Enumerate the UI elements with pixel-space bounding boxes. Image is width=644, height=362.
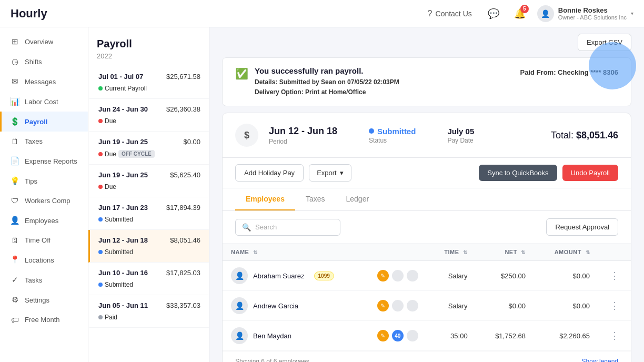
employee-amount: $0.00	[534, 291, 598, 321]
sidebar-item-label: Tasks	[25, 276, 42, 284]
payroll-list-items: Jul 01 - Jul 07 $25,671.58 Current Payro…	[88, 66, 209, 362]
net-column-header[interactable]: NET ⇅	[476, 244, 534, 261]
sidebar-item-messages[interactable]: ✉ Messages	[0, 72, 88, 92]
status-dot-gray	[98, 315, 103, 319]
list-item[interactable]: Jun 12 - Jun 18 $8,051.46 Submitted	[88, 230, 209, 263]
list-item[interactable]: Jun 10 - Jun 16 $17,825.03 Submitted	[88, 263, 209, 295]
table-footer: Showing 6 of 6 employees Show legend	[223, 351, 631, 362]
sidebar-item-shifts[interactable]: ◷ Shifts	[0, 52, 88, 72]
list-item[interactable]: Jun 24 - Jun 30 $26,360.38 Due	[88, 99, 209, 132]
sidebar-item-label: Messages	[25, 78, 56, 86]
status-dot-blue	[98, 283, 103, 287]
contact-us-button[interactable]: ? Contact Us	[424, 6, 476, 22]
more-options-button[interactable]: ⋮	[607, 269, 622, 283]
search-box[interactable]: 🔍	[235, 219, 340, 236]
total-amount: $8,051.46	[576, 130, 618, 140]
sidebar-item-label: Overview	[25, 38, 53, 46]
status-dot-red	[98, 185, 103, 189]
amount-column-header[interactable]: AMOUNT ⇅	[534, 244, 598, 261]
payroll-item-amount: $0.00	[183, 138, 200, 146]
sidebar-item-label: Workers Comp	[25, 197, 70, 205]
sync-quickbooks-button[interactable]: Sync to QuickBooks	[479, 165, 557, 181]
nav-actions: ? Contact Us 💬 🔔 5 👤 Bonnie Roskes Owner…	[424, 5, 633, 23]
employee-name-cell: 👤 Ben Maydan ✎ 40	[223, 321, 427, 351]
name-column-header[interactable]: NAME ⇅	[223, 244, 427, 261]
list-item[interactable]: Jun 05 - Jun 11 $33,357.03 Paid	[88, 295, 209, 328]
sidebar-item-workers-comp[interactable]: 🛡 Workers Comp	[0, 191, 88, 210]
list-item[interactable]: Jun 19 - Jun 25 $0.00 Due OFF CYCLE	[88, 132, 209, 165]
sidebar-item-label: Free Month	[25, 316, 59, 324]
employee-net: $1,752.68	[476, 321, 534, 351]
status-section: Submitted Status	[369, 127, 416, 144]
list-item[interactable]: Jun 19 - Jun 25 $5,625.40 Due	[88, 165, 209, 197]
sidebar-item-label: Shifts	[25, 58, 42, 66]
more-options-button[interactable]: ⋮	[607, 299, 622, 313]
status-label: Submitted	[105, 216, 133, 223]
content-scroll[interactable]: Export CSV ✅ You successfully ran payrol…	[209, 27, 644, 362]
export-button[interactable]: Export ▾	[309, 164, 351, 182]
sidebar-item-overview[interactable]: ⊞ Overview	[0, 32, 88, 52]
sidebar-item-labor-cost[interactable]: 📊 Labor Cost	[0, 92, 88, 112]
status-dot-red	[98, 119, 103, 123]
time-off-icon: 🗓	[10, 236, 19, 245]
list-item[interactable]: Jul 01 - Jul 07 $25,671.58 Current Payro…	[88, 66, 209, 99]
sidebar-item-locations[interactable]: 📍 Locations	[0, 250, 88, 270]
action-icon-orange[interactable]: ✎	[377, 330, 389, 341]
list-item[interactable]: Jun 17 - Jun 23 $17,894.39 Submitted	[88, 197, 209, 230]
action-icon-orange[interactable]: ✎	[377, 300, 389, 311]
payroll-item-dates: Jun 19 - Jun 25	[98, 138, 148, 146]
sidebar-item-settings[interactable]: ⚙ Settings	[0, 290, 88, 310]
free-month-icon: 🏷	[10, 315, 19, 324]
status-label: Current Payroll	[105, 85, 147, 92]
total-section: Total: $8,051.46	[551, 130, 618, 141]
employee-name: Andrew Garcia	[253, 302, 298, 310]
request-approval-button[interactable]: Request Approval	[546, 218, 618, 236]
tab-employees[interactable]: Employees	[235, 188, 295, 210]
user-menu[interactable]: 👤 Bonnie Roskes Owner - ABC Solutions In…	[537, 5, 633, 22]
payroll-item-dates: Jun 17 - Jun 23	[98, 204, 148, 212]
more-options-button[interactable]: ⋮	[607, 329, 622, 343]
action-icon-gray-1[interactable]	[392, 270, 404, 281]
messages-icon-button[interactable]: 💬	[485, 5, 502, 23]
payroll-icon: 💲	[10, 117, 19, 126]
employee-time: Salary	[427, 261, 476, 291]
main-inner-wrapper: Export CSV ✅ You successfully ran payrol…	[209, 27, 644, 362]
sidebar-item-expense-reports[interactable]: 📄 Expense Reports	[0, 151, 88, 171]
status-dot-red	[98, 152, 103, 156]
time-column-header[interactable]: TIME ⇅	[427, 244, 476, 261]
sidebar-item-time-off[interactable]: 🗓 Time Off	[0, 230, 88, 250]
sidebar-item-tasks[interactable]: ✓ Tasks	[0, 270, 88, 290]
employees-table: NAME ⇅ TIME ⇅ NET ⇅	[223, 244, 631, 351]
undo-payroll-button[interactable]: Undo Payroll	[562, 165, 618, 181]
employee-name-cell: 👤 Andrew Garcia ✎	[223, 291, 427, 321]
action-icon-blue[interactable]: 40	[392, 330, 404, 341]
total-label: Total:	[551, 130, 573, 140]
contact-us-label: Contact Us	[436, 9, 472, 18]
payroll-item-amount: $5,625.40	[170, 171, 200, 179]
sidebar-item-employees[interactable]: 👤 Employees	[0, 210, 88, 230]
payroll-item-dates: Jun 19 - Jun 25	[98, 171, 148, 179]
sidebar-item-payroll[interactable]: 💲 Payroll	[0, 112, 88, 132]
paid-from: Paid From: Checking **** 8306	[520, 68, 618, 76]
sort-icon: ⇅	[253, 249, 258, 255]
action-icon-gray-2[interactable]	[407, 300, 418, 311]
tab-ledger[interactable]: Ledger	[336, 188, 380, 210]
action-icon-gray-2[interactable]	[407, 330, 418, 341]
sidebar-item-tips[interactable]: 💡 Tips	[0, 171, 88, 191]
tab-taxes[interactable]: Taxes	[295, 188, 336, 210]
sidebar-item-free-month[interactable]: 🏷 Free Month	[0, 310, 88, 329]
notifications-button[interactable]: 🔔 5	[511, 5, 529, 23]
search-input[interactable]	[255, 223, 329, 231]
paid-from-label: Paid From:	[520, 68, 556, 76]
export-csv-button[interactable]: Export CSV	[578, 34, 631, 51]
add-holiday-pay-button[interactable]: Add Holiday Pay	[235, 164, 304, 182]
payroll-item-dates: Jun 05 - Jun 11	[98, 301, 148, 309]
action-icon-gray-1[interactable]	[392, 300, 404, 311]
payroll-title: Payroll	[97, 38, 200, 50]
sidebar-item-taxes[interactable]: 🗒 Taxes	[0, 132, 88, 151]
employee-action-icons: ✎	[377, 300, 418, 311]
action-icon-orange[interactable]: ✎	[377, 270, 389, 281]
action-icon-gray-2[interactable]	[407, 270, 418, 281]
show-legend-button[interactable]: Show legend	[582, 358, 618, 362]
payroll-item-status: Due	[98, 183, 200, 190]
